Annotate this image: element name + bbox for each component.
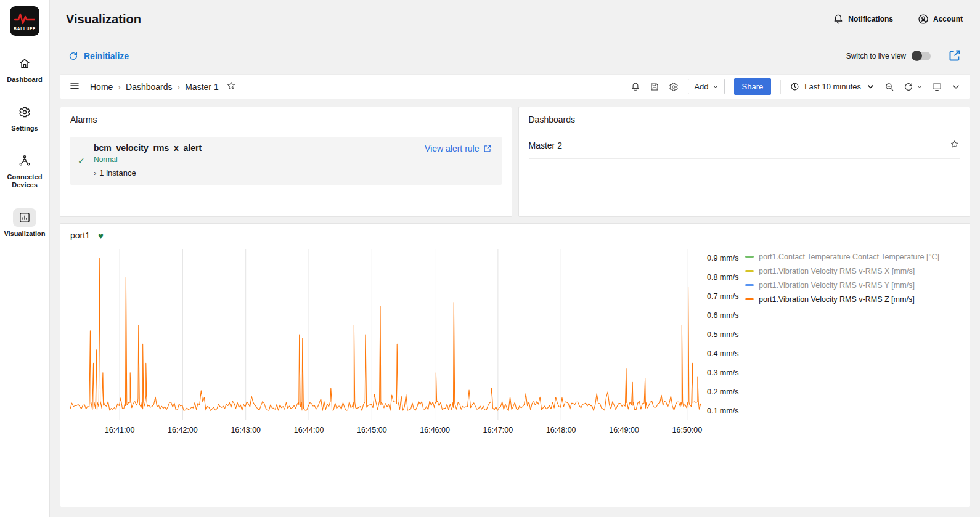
plot-wrap: 16:41:0016:42:0016:43:0016:44:0016:45:00… (70, 249, 701, 503)
sidebar-item-label: Visualization (2, 230, 47, 238)
legend-item[interactable]: port1.Vibration Velocity RMS v-RMS X [mm… (745, 264, 960, 278)
time-range-picker[interactable]: Last 10 minutes (790, 82, 875, 91)
x-axis-tick: 16:50:00 (672, 426, 702, 434)
add-button-label: Add (694, 82, 708, 91)
breadcrumb-dashboards[interactable]: Dashboards (126, 82, 173, 92)
chevron-right-icon: › (94, 168, 96, 177)
reinitialize-button[interactable]: Reinitialize (68, 51, 129, 61)
x-axis-tick: 16:44:00 (294, 426, 324, 434)
collapse-toolbar-chevron-icon[interactable] (951, 82, 961, 92)
health-heart-icon: ♥ (98, 231, 104, 240)
account-button[interactable]: Account (918, 14, 963, 25)
dashboard-name: Master 2 (529, 140, 562, 150)
account-label: Account (933, 15, 963, 23)
network-hub-icon (13, 152, 36, 170)
open-in-new-icon[interactable] (948, 49, 962, 64)
x-axis-tick: 16:45:00 (357, 426, 387, 434)
sidebar-item-settings[interactable]: Settings (1, 103, 49, 133)
zoom-out-icon[interactable] (884, 82, 894, 92)
legend-swatch-icon (745, 256, 754, 258)
x-axis-tick: 16:43:00 (231, 426, 261, 434)
live-view-label: Switch to live view (846, 52, 906, 60)
menu-icon[interactable] (69, 80, 80, 93)
refresh-group (904, 82, 923, 92)
alert-rules-bell-icon[interactable] (631, 82, 640, 92)
app-root: BALLUFF Dashboard Settings Connected Dev… (0, 0, 980, 517)
notifications-label: Notifications (848, 15, 893, 23)
panel-title: port1 (70, 230, 90, 240)
external-link-icon (483, 144, 492, 153)
panel-header[interactable]: port1 ♥ (70, 230, 960, 240)
y-axis-tick: 0.8 mm/s (707, 273, 738, 282)
save-icon[interactable] (650, 82, 659, 92)
legend-swatch-icon (745, 284, 754, 286)
time-range-label: Last 10 minutes (804, 82, 861, 91)
alert-name: bcm_velocity_rms_x_alert (94, 143, 425, 153)
chevron-down-icon (866, 82, 875, 91)
gear-icon (13, 103, 36, 121)
sidebar-item-dashboard[interactable]: Dashboard (1, 54, 49, 84)
x-axis-tick: 16:49:00 (609, 426, 639, 434)
settings-gear-icon[interactable] (669, 82, 679, 92)
top-panels-row: Alarms ✓ bcm_velocity_rms_x_alert Normal… (60, 107, 970, 217)
x-axis-tick: 16:42:00 (168, 426, 198, 434)
legend-label: port1.Vibration Velocity RMS v-RMS Y [mm… (759, 281, 915, 290)
sidebar-item-visualization[interactable]: Visualization (1, 208, 49, 238)
refresh-icon (68, 51, 78, 61)
chart-legend: port1.Contact Temperature Contact Temper… (743, 249, 960, 503)
breadcrumb-current[interactable]: Master 1 (185, 82, 218, 92)
legend-label: port1.Vibration Velocity RMS v-RMS Z [mm… (759, 295, 915, 304)
dashboard-content: Alarms ✓ bcm_velocity_rms_x_alert Normal… (50, 99, 980, 517)
breadcrumb-separator: › (178, 82, 181, 92)
sidebar-item-connected-devices[interactable]: Connected Devices (1, 152, 49, 190)
add-button[interactable]: Add (688, 79, 724, 94)
chart-icon (13, 208, 36, 227)
header-actions: Notifications Account (833, 14, 964, 25)
heartbeat-icon (14, 12, 35, 25)
legend-item[interactable]: port1.Vibration Velocity RMS v-RMS Z [mm… (745, 292, 960, 306)
live-view-toggle[interactable] (912, 52, 931, 60)
breadcrumb-separator: › (118, 82, 121, 92)
alarms-panel-title: Alarms (70, 115, 502, 124)
balluff-logo[interactable]: BALLUFF (10, 6, 39, 36)
timeseries-plot[interactable] (70, 249, 701, 420)
plot-area[interactable] (70, 249, 701, 420)
toolbar-actions: Add Share Last 10 minutes (631, 78, 961, 95)
y-axis-tick: 0.3 mm/s (707, 368, 738, 377)
breadcrumb-home[interactable]: Home (90, 82, 113, 92)
alarms-panel: Alarms ✓ bcm_velocity_rms_x_alert Normal… (60, 107, 512, 217)
refresh-dashboard-icon[interactable] (904, 82, 913, 92)
bell-icon (833, 14, 844, 25)
sidebar: BALLUFF Dashboard Settings Connected Dev… (0, 0, 50, 517)
x-axis-tick: 16:46:00 (420, 426, 450, 434)
alert-instances-expander[interactable]: › 1 instance (94, 168, 425, 177)
kiosk-monitor-icon[interactable] (932, 82, 942, 92)
y-axis: 0.9 mm/s0.8 mm/s0.7 mm/s0.6 mm/s0.5 mm/s… (701, 249, 743, 420)
top-header: Visualization Notifications Account (50, 0, 980, 38)
dashboard-toolbar: Home › Dashboards › Master 1 (60, 74, 970, 99)
legend-item[interactable]: port1.Vibration Velocity RMS v-RMS Y [mm… (745, 278, 960, 292)
star-icon[interactable] (950, 139, 960, 151)
page-title: Visualization (66, 12, 141, 26)
notifications-button[interactable]: Notifications (833, 14, 893, 25)
legend-item[interactable]: port1.Contact Temperature Contact Temper… (745, 250, 960, 264)
live-view-group: Switch to live view (846, 52, 931, 60)
chevron-down-icon (713, 84, 719, 90)
logo-text: BALLUFF (14, 26, 36, 31)
dashboard-list-item[interactable]: Master 2 (529, 139, 960, 159)
alert-info: bcm_velocity_rms_x_alert Normal › 1 inst… (94, 143, 425, 177)
share-button[interactable]: Share (734, 78, 772, 95)
y-axis-tick: 0.4 mm/s (707, 349, 738, 358)
legend-label: port1.Vibration Velocity RMS v-RMS X [mm… (759, 267, 915, 275)
view-alert-rule-link[interactable]: View alert rule (425, 144, 491, 153)
dashboards-panel-title: Dashboards (529, 115, 960, 124)
toggle-knob (912, 51, 922, 61)
y-axis-tick: 0.7 mm/s (707, 292, 738, 301)
x-axis-tick: 16:47:00 (483, 426, 513, 434)
legend-swatch-icon (745, 270, 754, 272)
refresh-interval-chevron-icon[interactable] (917, 84, 923, 90)
y-axis-tick: 0.9 mm/s (707, 254, 738, 263)
alert-rule-row: ✓ bcm_velocity_rms_x_alert Normal › 1 in… (70, 137, 502, 185)
alert-instances-label: 1 instance (99, 168, 136, 177)
favorite-star-icon[interactable] (226, 81, 236, 92)
